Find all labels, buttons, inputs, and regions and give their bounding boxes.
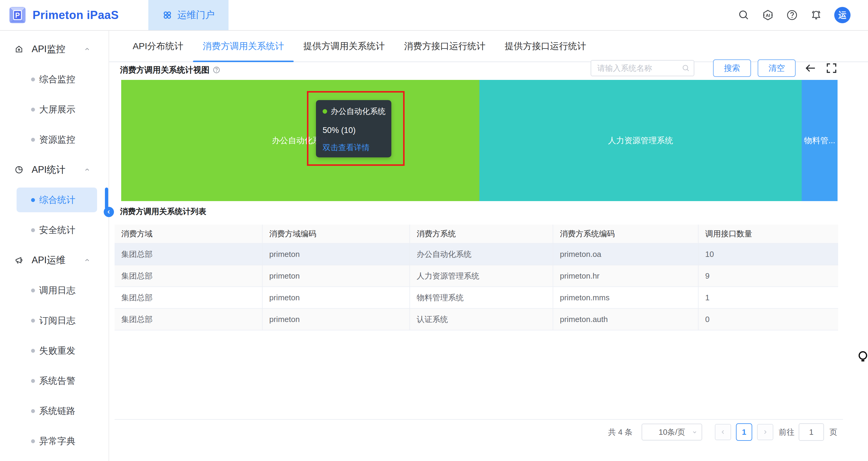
ai-assistant-icon[interactable]: AI <box>762 9 774 21</box>
sidebar-section-label: API运维 <box>32 254 65 267</box>
sidebar-item-resource-monitor[interactable]: 资源监控 <box>0 125 108 155</box>
sidebar-item-label: 综合统计 <box>39 194 75 206</box>
portal-tab-label: 运维门户 <box>177 9 215 22</box>
help-icon[interactable] <box>786 9 798 21</box>
chevron-left-icon <box>106 209 112 215</box>
bullet-dot-icon <box>31 228 35 232</box>
sidebar-item-overview-statistics[interactable]: 综合统计 <box>0 185 108 215</box>
home-icon <box>14 44 24 54</box>
table-row-1[interactable]: 集团总部primeton办公自动化系统primeton.oa10 <box>115 243 838 265</box>
table-row-2[interactable]: 集团总部primeton人力资源管理系统primeton.hr9 <box>115 265 838 287</box>
segment-label: 物料管... <box>804 135 835 146</box>
chevron-right-icon <box>762 429 769 435</box>
clear-button[interactable]: 清空 <box>758 59 796 77</box>
sidebar-section-api-operations[interactable]: API运维 <box>0 245 108 275</box>
sidebar-collapse-button[interactable] <box>104 207 114 217</box>
tab-provider-api-run-stats[interactable]: 提供方接口运行统计 <box>495 31 596 62</box>
pagination: 共 4 条 10条/页 1 前往 页 <box>608 423 837 441</box>
user-avatar[interactable]: 运 <box>834 7 850 23</box>
column-header-2: 消费方域编码 <box>262 225 410 243</box>
table-row-4[interactable]: 集团总部primeton认证系统primeton.auth0 <box>115 308 838 330</box>
tab-provider-call-relation-stats[interactable]: 提供方调用关系统计 <box>293 31 394 62</box>
bullet-dot-icon <box>31 319 35 322</box>
pagination-total: 共 4 条 <box>608 427 632 437</box>
svg-text:AI: AI <box>766 13 770 18</box>
sidebar-item-overview-monitor[interactable]: 综合监控 <box>0 64 108 94</box>
portal-tab-ops[interactable]: 运维门户 <box>148 0 228 30</box>
page-size-select[interactable]: 10条/页 <box>642 424 702 440</box>
table-cell: 人力资源管理系统 <box>410 265 553 287</box>
tab-consumer-api-run-stats[interactable]: 消费方接口运行统计 <box>394 31 495 62</box>
prev-page-button[interactable] <box>715 424 731 440</box>
apps-grid-icon <box>162 10 173 20</box>
stat-tabs: API分布统计消费方调用关系统计提供方调用关系统计消费方接口运行统计提供方接口运… <box>109 31 868 62</box>
table-cell: 集团总部 <box>115 308 262 330</box>
bullet-dot-icon <box>31 349 35 353</box>
chart-section-title: 消费方调用关系统计视图 <box>120 64 220 75</box>
sidebar-item-label: 综合监控 <box>39 73 75 86</box>
app-title: Primeton iPaaS <box>33 9 119 22</box>
sidebar-section-api-monitoring[interactable]: API监控 <box>0 34 108 64</box>
chart-segment-2[interactable]: 人力资源管理系统 <box>479 80 802 201</box>
table-cell: primeton.oa <box>553 243 698 265</box>
sidebar-item-system-trace[interactable]: 系统链路 <box>0 396 108 426</box>
table-cell: 集团总部 <box>115 287 262 308</box>
header-actions: AI 运 <box>738 0 850 30</box>
system-search-input[interactable] <box>591 60 694 76</box>
sidebar-scroll-indicator[interactable] <box>105 188 108 209</box>
lightbulb-helper-icon[interactable] <box>858 350 868 367</box>
table-cell: primeton <box>262 243 410 265</box>
chart-segment-3[interactable]: 物料管... <box>802 80 838 201</box>
sidebar-item-label: 订阅日志 <box>39 314 75 327</box>
fullscreen-icon[interactable] <box>825 62 838 74</box>
bullet-dot-icon <box>31 107 35 112</box>
bullet-dot-icon <box>31 138 35 142</box>
search-button[interactable]: 搜索 <box>713 59 751 77</box>
chart-toolbar: 搜索 清空 <box>591 59 838 77</box>
tooltip-detail-link[interactable]: 双击查看详情 <box>322 142 387 153</box>
search-icon <box>682 64 690 72</box>
megaphone-icon <box>14 256 24 265</box>
bullet-dot-icon <box>31 78 35 82</box>
sidebar-item-label: 资源监控 <box>39 133 75 146</box>
table-cell: primeton <box>262 308 410 330</box>
sidebar-item-dashboard-display[interactable]: 大屏展示 <box>0 94 108 125</box>
help-circle-icon[interactable] <box>213 66 220 74</box>
tooltip-value: 50% (10) <box>322 126 387 135</box>
page-number-1[interactable]: 1 <box>736 423 752 441</box>
sidebar-nav: API监控综合监控大屏展示资源监控API统计综合统计安全统计API运维调用日志订… <box>0 34 108 456</box>
column-header-4: 消费方系统编码 <box>553 225 698 243</box>
sidebar-item-exception-dictionary[interactable]: 异常字典 <box>0 426 108 456</box>
chart-tooltip: 办公自动化系统 50% (10) 双击查看详情 <box>316 100 391 157</box>
caret-up-icon <box>84 46 90 53</box>
caret-up-icon <box>84 166 90 173</box>
tab-consumer-call-relation-stats[interactable]: 消费方调用关系统计 <box>193 31 293 62</box>
sidebar-item-label: 系统告警 <box>39 375 75 387</box>
table-cell: 认证系统 <box>410 308 553 330</box>
table-section-title: 消费方调用关系统计列表 <box>120 206 206 217</box>
table-cell: 物料管理系统 <box>410 287 553 308</box>
chart-segment-1[interactable]: 办公自动化系统 <box>121 80 479 201</box>
sidebar-item-failure-resend[interactable]: 失败重发 <box>0 336 108 366</box>
bell-icon[interactable] <box>810 9 822 21</box>
app-logo: P Primeton iPaaS <box>8 5 119 25</box>
sidebar-item-system-alert[interactable]: 系统告警 <box>0 366 108 396</box>
sidebar-item-subscription-log[interactable]: 订阅日志 <box>0 305 108 336</box>
sidebar-item-call-log[interactable]: 调用日志 <box>0 275 108 305</box>
table-row-3[interactable]: 集团总部primeton物料管理系统primeton.mms1 <box>115 287 838 308</box>
goto-page-input[interactable] <box>799 423 824 441</box>
sidebar-item-label: 系统链路 <box>39 405 75 417</box>
consumer-call-relation-table: 消费方域消费方域编码消费方系统消费方系统编码调用接口数量 集团总部primeto… <box>115 225 838 331</box>
system-search-box <box>591 60 694 76</box>
caret-up-icon <box>84 257 90 264</box>
sidebar-section-api-statistics[interactable]: API统计 <box>0 155 108 185</box>
back-arrow-icon[interactable] <box>804 62 817 74</box>
search-icon[interactable] <box>738 9 750 21</box>
next-page-button[interactable] <box>757 424 773 440</box>
table-cell: primeton <box>262 265 410 287</box>
sidebar-item-security-statistics[interactable]: 安全统计 <box>0 215 108 245</box>
tooltip-series-name: 办公自动化系统 <box>331 106 385 117</box>
table-header-row: 消费方域消费方域编码消费方系统消费方系统编码调用接口数量 <box>115 225 838 243</box>
tab-api-distribution-stats[interactable]: API分布统计 <box>123 31 193 62</box>
pie-icon <box>14 165 24 174</box>
